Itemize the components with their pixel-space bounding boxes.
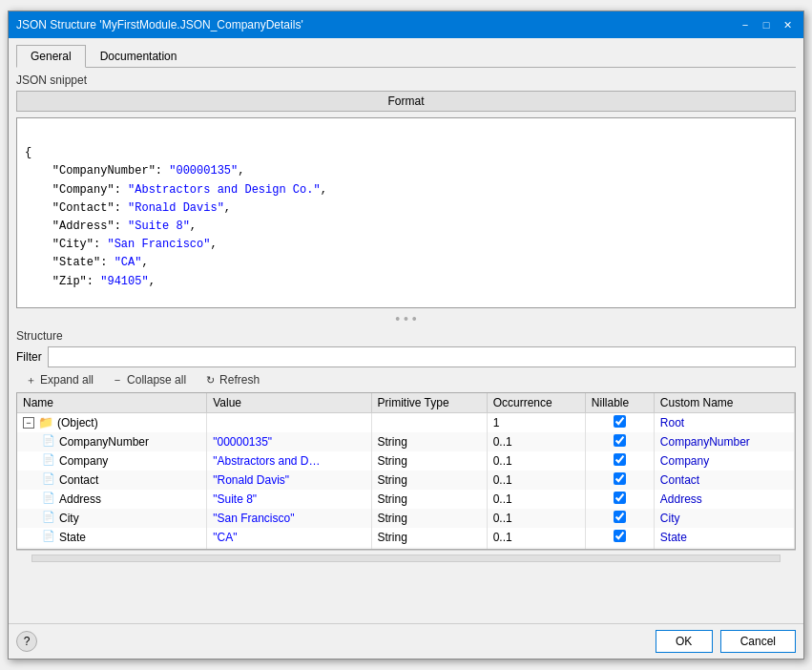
divider[interactable]: • • • <box>16 308 796 329</box>
row-name-text: (Object) <box>57 416 98 429</box>
bottom-bar: ? OK Cancel <box>9 623 803 659</box>
collapse-icon[interactable]: − <box>23 417 34 429</box>
cell-nillable[interactable] <box>585 528 654 547</box>
filter-label: Filter <box>16 350 42 364</box>
refresh-label: Refresh <box>219 373 260 387</box>
refresh-button[interactable]: ↻ Refresh <box>196 371 267 388</box>
nillable-checkbox[interactable] <box>614 472 626 485</box>
toolbar-row: ＋ Expand all − Collapse all ↻ Refresh <box>16 371 796 388</box>
cell-name: 📄CompanyNumber <box>17 432 207 451</box>
cell-occurrence: 0..1 <box>487 509 585 528</box>
format-button[interactable]: Format <box>16 91 796 112</box>
table-row[interactable]: 📄CompanyNumber"00000135"String0..1Compan… <box>17 432 795 451</box>
cell-occurrence: 0..1 <box>487 528 585 547</box>
structure-table-container[interactable]: Name Value Primitive Type Occurrence Nil… <box>16 392 796 550</box>
cell-occurrence: 0..1 <box>487 451 585 471</box>
cell-custom-name: CompanyNumber <box>654 432 794 451</box>
help-button[interactable]: ? <box>16 631 37 652</box>
maximize-button[interactable]: □ <box>758 17 775 32</box>
file-icon: 📄 <box>42 530 55 545</box>
nillable-checkbox[interactable] <box>614 530 626 542</box>
cell-primitive-type: String <box>371 490 487 509</box>
json-editor-container: { "CompanyNumber": "00000135", "Company"… <box>16 117 796 308</box>
cell-occurrence: 0..1 <box>487 432 585 451</box>
table-row[interactable]: 📄City"San Francisco"String0..1City <box>17 509 795 528</box>
json-snippet-label: JSON snippet <box>16 73 796 87</box>
filter-input[interactable] <box>48 346 796 367</box>
cell-nillable[interactable] <box>585 413 654 433</box>
cell-value: "CA" <box>207 528 371 547</box>
structure-table: Name Value Primitive Type Occurrence Nil… <box>17 393 795 550</box>
table-header-row: Name Value Primitive Type Occurrence Nil… <box>17 393 795 413</box>
nillable-checkbox[interactable] <box>614 511 626 523</box>
row-name-text: State <box>59 531 86 544</box>
title-bar: JSON Structure 'MyFirstModule.JSON_Compa… <box>9 11 803 38</box>
cell-occurrence: 1 <box>487 413 585 433</box>
cell-value: "00000135" <box>207 432 371 451</box>
col-name: Name <box>17 393 207 413</box>
file-icon: 📄 <box>42 492 55 507</box>
cell-name: 📄Contact <box>17 471 207 490</box>
json-display[interactable]: { "CompanyNumber": "00000135", "Company"… <box>17 118 795 307</box>
structure-label: Structure <box>16 329 796 343</box>
nillable-checkbox[interactable] <box>614 415 626 428</box>
cell-nillable[interactable] <box>585 509 654 528</box>
cell-value: "San Francisco" <box>207 509 371 528</box>
row-name-text: Contact <box>59 473 98 487</box>
minimize-button[interactable]: − <box>737 17 754 32</box>
cell-occurrence: 0..1 <box>487 490 585 509</box>
nillable-checkbox[interactable] <box>614 434 626 447</box>
table-row[interactable]: 📄State"CA"String0..1State <box>17 528 795 547</box>
cell-nillable[interactable] <box>585 471 654 490</box>
table-row[interactable]: 📄Contact"Ronald Davis"String0..1Contact <box>17 471 795 490</box>
cell-primitive-type: String <box>371 432 487 451</box>
cell-custom-name: Company <box>654 451 794 471</box>
table-row[interactable]: −📁(Object)1Root <box>17 413 795 433</box>
close-button[interactable]: ✕ <box>779 17 796 32</box>
row-name-text: CompanyNumber <box>59 435 149 449</box>
expand-all-icon: ＋ <box>24 373 37 387</box>
title-bar-controls: − □ ✕ <box>737 17 796 32</box>
cell-nillable[interactable] <box>585 490 654 509</box>
cell-nillable[interactable] <box>585 432 654 451</box>
row-name-text: City <box>59 512 79 525</box>
file-icon: 📄 <box>42 434 55 450</box>
cell-name: −📁(Object) <box>17 413 207 433</box>
window-title: JSON Structure 'MyFirstModule.JSON_Compa… <box>16 18 303 31</box>
tab-general[interactable]: General <box>16 45 86 68</box>
expand-all-label: Expand all <box>40 373 94 387</box>
cell-custom-name: State <box>654 528 794 547</box>
hscroll-track[interactable] <box>31 555 781 562</box>
cell-custom-name: Address <box>654 490 794 509</box>
expand-all-button[interactable]: ＋ Expand all <box>16 371 101 388</box>
window-content: General Documentation JSON snippet Forma… <box>9 38 803 623</box>
row-name-text: Company <box>59 454 108 468</box>
filter-row: Filter <box>16 346 796 367</box>
nillable-checkbox[interactable] <box>614 492 626 504</box>
cell-name: 📄Company <box>17 451 207 471</box>
cancel-button[interactable]: Cancel <box>720 630 796 653</box>
collapse-all-icon: − <box>111 373 124 387</box>
table-body: −📁(Object)1Root📄CompanyNumber"00000135"S… <box>17 413 795 551</box>
col-nillable: Nillable <box>585 393 654 413</box>
file-icon: 📄 <box>42 453 55 469</box>
collapse-all-button[interactable]: − Collapse all <box>103 371 194 388</box>
table-row[interactable]: 📄Company"Abstractors and D…String0..1Com… <box>17 451 795 471</box>
tab-documentation[interactable]: Documentation <box>86 45 192 68</box>
cell-value: "Abstractors and D… <box>207 451 371 471</box>
table-row[interactable]: 📄Address"Suite 8"String0..1Address <box>17 490 795 509</box>
cell-name: 📄City <box>17 509 207 528</box>
dialog-buttons: OK Cancel <box>656 630 796 653</box>
ok-button[interactable]: OK <box>656 630 713 653</box>
horizontal-scrollbar[interactable] <box>16 550 796 565</box>
structure-section: Structure Filter ＋ Expand all − Collapse… <box>16 329 796 550</box>
refresh-icon: ↻ <box>203 373 217 387</box>
col-custom-name: Custom Name <box>654 393 794 413</box>
cell-custom-name: Contact <box>654 471 794 490</box>
cell-primitive-type <box>371 413 487 433</box>
tab-bar: General Documentation <box>16 44 796 68</box>
cell-nillable[interactable] <box>585 451 654 471</box>
nillable-checkbox[interactable] <box>614 453 626 466</box>
cell-primitive-type: String <box>371 471 487 490</box>
col-value: Value <box>207 393 371 413</box>
